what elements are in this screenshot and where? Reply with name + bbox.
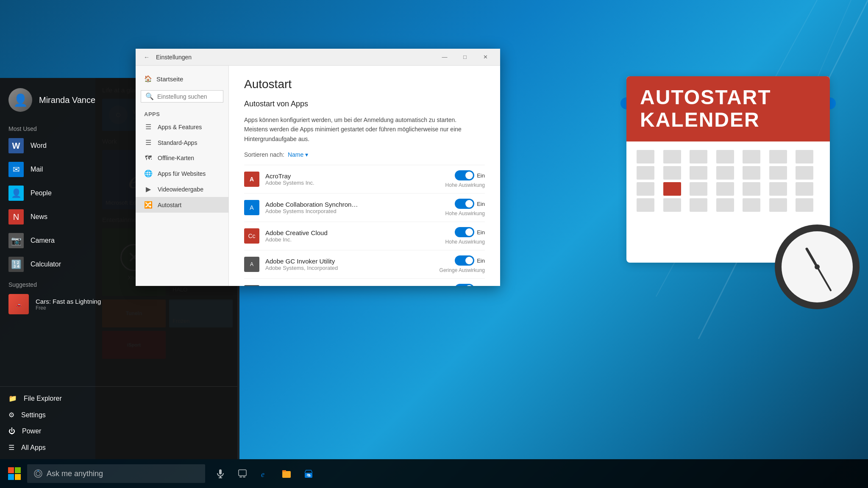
settings-nav: 🏠 Startseite 🔍 Apps ☰ Apps & Features ☰ …	[136, 66, 229, 286]
edge-icon: e	[259, 469, 270, 479]
adobe-collab-info: Adobe Collaboration Synchron… Adobe Syst…	[265, 201, 440, 214]
adobe-collab-toggle-row: Ein	[455, 199, 485, 209]
power-btn[interactable]: ⏻ Power	[0, 423, 237, 439]
gc-invoker-toggle-row: Ein	[455, 255, 485, 266]
gc-invoker-controls: Ein Geringe Auswirkung	[440, 255, 485, 273]
suggested-cars[interactable]: 🚗 Cars: Fast as Lightning Free	[0, 290, 237, 319]
svg-point-8	[36, 471, 40, 476]
gc-invoker-toggle[interactable]	[455, 255, 474, 266]
back-button[interactable]: ←	[141, 51, 153, 63]
taskbar-microphone-btn[interactable]	[210, 463, 231, 484]
updater-toggle-row: Ein	[455, 284, 485, 286]
nav-video-playback[interactable]: ▶ Videowiedergabe	[136, 181, 228, 197]
adobe-collab-controls: Ein Hohe Auswirkung	[445, 199, 485, 216]
search-icon: 🔍	[145, 92, 154, 100]
settings-body: 🏠 Startseite 🔍 Apps ☰ Apps & Features ☰ …	[136, 66, 500, 286]
maximize-button[interactable]: □	[455, 50, 475, 64]
cal-cell	[663, 150, 681, 164]
calc-icon: 🔢	[8, 257, 24, 272]
creative-cloud-toggle-label: Ein	[477, 229, 485, 236]
settings-window: ← Einstellungen — □ ✕ 🏠 Startseite 🔍 App…	[136, 49, 500, 286]
cortana-search-bar[interactable]: Ask me anything	[27, 464, 205, 483]
nav-offline-maps[interactable]: 🗺 Offline-Karten	[136, 150, 228, 166]
illustration-panel: AUTOSTART KALENDER	[605, 76, 851, 288]
cal-cell	[743, 150, 760, 164]
window-title: Einstellungen	[156, 54, 192, 61]
sort-label: Sortieren nach:	[244, 151, 284, 158]
gc-invoker-icon: A	[244, 257, 259, 272]
taskbar-store-btn[interactable]: 🛍	[298, 463, 319, 484]
settings-btn[interactable]: ⚙ Settings	[0, 407, 237, 423]
all-apps-label: All Apps	[21, 444, 46, 452]
acrotray-toggle[interactable]	[455, 170, 474, 180]
taskbar-action-center-btn[interactable]	[232, 463, 253, 484]
acrotray-toggle-row: Ein	[455, 170, 485, 180]
cal-cell	[743, 198, 760, 212]
autostart-label: Autostart	[158, 202, 181, 208]
cal-cell	[690, 182, 707, 196]
all-apps-btn[interactable]: ☰ All Apps	[0, 439, 237, 456]
cal-cell	[637, 166, 654, 180]
acrotray-name: AcroTray	[265, 172, 440, 180]
taskbar-edge-btn[interactable]: e	[254, 463, 275, 484]
close-button[interactable]: ✕	[476, 50, 495, 64]
cal-cell	[769, 198, 787, 212]
action-center-icon	[237, 469, 248, 479]
cal-cell	[716, 166, 734, 180]
settings-search-bar[interactable]: 🔍	[141, 90, 223, 103]
mail-icon: ✉	[8, 162, 24, 177]
file-explorer-btn[interactable]: 📁 File Explorer	[0, 390, 237, 407]
home-label: Startseite	[156, 75, 183, 83]
cal-cell	[637, 182, 654, 196]
acrotray-icon: A	[244, 172, 259, 187]
cal-cell	[716, 150, 734, 164]
updater-toggle[interactable]	[455, 284, 474, 286]
cal-cell	[769, 166, 787, 180]
calendar-title-line2: KALENDER	[640, 109, 816, 131]
sort-value-text: Name	[288, 151, 303, 158]
svg-point-9	[38, 470, 39, 471]
gc-invoker-info: Adobe GC Invoker Utility Adobe Systems, …	[265, 258, 434, 271]
content-subtitle: Autostart von Apps	[244, 100, 485, 108]
cars-info: Cars: Fast as Lightning Free	[36, 298, 101, 311]
sort-value[interactable]: Name ▾	[288, 151, 308, 158]
start-bottom: 📁 File Explorer ⚙ Settings ⏻ Power ☰ All…	[0, 386, 237, 459]
settings-icon: ⚙	[8, 411, 14, 419]
nav-standard-apps[interactable]: ☰ Standard-Apps	[136, 135, 228, 150]
minimize-button[interactable]: —	[435, 50, 454, 64]
nav-apps-features[interactable]: ☰ Apps & Features	[136, 119, 228, 135]
adobe-collab-toggle-label: Ein	[477, 201, 485, 207]
gc-invoker-toggle-label: Ein	[477, 258, 485, 264]
camera-icon: 📷	[8, 233, 24, 248]
creative-cloud-toggle[interactable]	[455, 227, 474, 237]
power-icon: ⏻	[8, 427, 15, 435]
sort-bar: Sortieren nach: Name ▾	[244, 151, 485, 158]
svg-rect-6	[15, 474, 21, 480]
settings-search-input[interactable]	[157, 93, 219, 100]
cal-cell	[716, 198, 734, 212]
nav-home[interactable]: 🏠 Startseite	[136, 71, 228, 87]
adobe-collab-name: Adobe Collaboration Synchron…	[265, 201, 440, 208]
taskbar-file-explorer-btn[interactable]	[276, 463, 297, 484]
cal-cell	[663, 166, 681, 180]
cal-cell	[796, 150, 813, 164]
titlebar-left: ← Einstellungen	[141, 51, 192, 63]
app-row-gc-invoker: A Adobe GC Invoker Utility Adobe Systems…	[244, 250, 485, 278]
nav-apps-websites[interactable]: 🌐 Apps für Websites	[136, 166, 228, 181]
apps-websites-icon: 🌐	[144, 169, 153, 177]
creative-cloud-company: Adobe Inc.	[265, 236, 440, 243]
user-name: Miranda Vance	[39, 95, 95, 105]
cal-cell	[769, 150, 787, 164]
gc-invoker-impact: Geringe Auswirkung	[440, 267, 485, 273]
windows-logo-icon	[8, 467, 21, 480]
creative-cloud-info: Adobe Creative Cloud Adobe Inc.	[265, 229, 440, 243]
nav-autostart[interactable]: 🔀 Autostart	[136, 197, 228, 213]
adobe-collab-impact: Hohe Auswirkung	[445, 211, 485, 216]
adobe-collab-icon: A	[244, 200, 259, 215]
power-label: Power	[22, 427, 41, 435]
start-button[interactable]	[3, 463, 25, 485]
adobe-collab-toggle[interactable]	[455, 199, 474, 209]
clock-container	[775, 225, 860, 309]
app-row-adobe-collab: A Adobe Collaboration Synchron… Adobe Sy…	[244, 193, 485, 222]
news-icon: N	[8, 209, 24, 225]
